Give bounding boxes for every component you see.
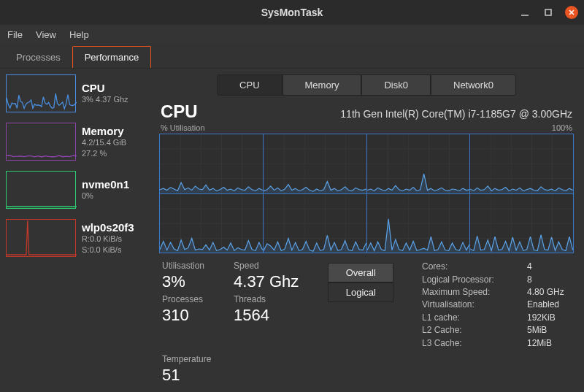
info-key: L2 Cache: <box>422 324 510 337</box>
main-panel: CPUMemoryDisk0Network0 CPU 11th Gen Inte… <box>153 69 584 392</box>
info-key: L3 Cache: <box>422 337 510 350</box>
cpu-core-chart-7 <box>470 194 573 253</box>
sidebar-item-nvme0n1[interactable]: nvme0n1 0% <box>3 168 153 215</box>
info-row: L1 cache:192KiB <box>422 312 571 324</box>
maximize-icon[interactable] <box>542 6 555 19</box>
cpu-heading: CPU <box>161 101 198 122</box>
info-key: Logical Processor: <box>422 274 510 286</box>
info-key: Maximum Speed: <box>422 286 510 299</box>
main-tab-cpu[interactable]: CPU <box>217 74 282 96</box>
sidebar-thumb-chart <box>6 219 76 257</box>
main-tab-disk0[interactable]: Disk0 <box>361 74 431 96</box>
info-value: Enabled <box>527 299 571 311</box>
util-label: Utilisastion <box>162 261 204 271</box>
info-value: 4 <box>527 261 571 273</box>
info-value: 12MiB <box>527 337 571 350</box>
threads-value: 1564 <box>234 306 299 325</box>
minimize-icon[interactable] <box>518 6 531 19</box>
cpu-core-chart-0 <box>160 134 263 193</box>
processes-label: Processes <box>162 294 204 304</box>
main-tabs: CPUMemoryDisk0Network0 <box>158 74 575 96</box>
tab-processes[interactable]: Processes <box>4 47 72 68</box>
sidebar-item-sub: 4.2/15.4 GiB <box>82 137 126 147</box>
cpu-core-chart-1 <box>264 134 366 193</box>
cpu-core-chart-5 <box>264 194 366 253</box>
util-value: 3% <box>162 272 204 291</box>
cpu-info-table: Cores:4Logical Processor:8Maximum Speed:… <box>422 261 571 350</box>
svg-rect-1 <box>545 9 551 15</box>
menu-file[interactable]: File <box>7 29 23 40</box>
sidebar-thumb-chart <box>6 74 76 112</box>
sidebar-item-sub2: S:0.0 KiB/s <box>82 245 134 255</box>
info-value: 5MiB <box>527 324 571 337</box>
sidebar-item-cpu[interactable]: CPU 3% 4.37 Ghz <box>3 72 153 118</box>
titlebar: SysMonTask <box>0 0 584 25</box>
info-row: Cores:4 <box>422 261 571 273</box>
menu-help[interactable]: Help <box>69 29 89 40</box>
sidebar-item-name: wlp0s20f3 <box>82 221 134 234</box>
info-row: Virtualisation:Enabled <box>422 299 571 311</box>
processes-value: 310 <box>162 306 204 325</box>
info-row: L3 Cache:12MiB <box>422 337 571 350</box>
sidebar: CPU 3% 4.37 Ghz Memory 4.2/15.4 GiB 27.2… <box>0 69 153 392</box>
sidebar-item-sub: 0% <box>82 191 129 201</box>
info-key: Cores: <box>422 261 510 273</box>
sidebar-item-wlp0s20f3[interactable]: wlp0s20f3 R:0.0 KiB/s S:0.0 KiB/s <box>3 216 153 263</box>
sidebar-item-name: CPU <box>82 82 128 94</box>
axis-right-label: 100% <box>552 123 572 132</box>
sidebar-item-name: nvme0n1 <box>82 178 129 191</box>
close-icon[interactable] <box>565 6 578 19</box>
sidebar-thumb-chart <box>6 123 76 161</box>
info-row: L2 Cache:5MiB <box>422 324 571 337</box>
primary-tabs: Processes Performance <box>0 44 584 69</box>
axis-left-label: % Utilisation <box>161 123 205 132</box>
main-tab-memory[interactable]: Memory <box>283 74 362 96</box>
cpu-core-chart-3 <box>470 134 573 193</box>
sidebar-item-sub2: 27.2 % <box>82 148 126 158</box>
window-title: SysMonTask <box>261 7 323 18</box>
sidebar-item-sub: 3% 4.37 Ghz <box>82 94 128 104</box>
menu-view[interactable]: View <box>36 29 56 40</box>
info-row: Maximum Speed:4.80 GHz <box>422 286 571 299</box>
temperature-value: 51 <box>162 366 571 385</box>
view-mode-buttons: Overall Logical <box>328 263 393 350</box>
speed-label: Speed <box>234 261 299 271</box>
info-value: 4.80 GHz <box>527 286 571 299</box>
temperature-label: Temperature <box>162 354 571 364</box>
info-key: Virtualisation: <box>422 299 510 311</box>
sidebar-item-memory[interactable]: Memory 4.2/15.4 GiB 27.2 % <box>3 120 153 166</box>
menubar: File View Help <box>0 25 584 44</box>
threads-label: Threads <box>234 294 299 304</box>
cpu-core-chart-4 <box>160 194 263 253</box>
overall-button[interactable]: Overall <box>328 263 393 283</box>
cpu-model: 11th Gen Intel(R) Core(TM) i7-1185G7 @ 3… <box>340 108 572 120</box>
info-row: Logical Processor:8 <box>422 274 571 286</box>
info-value: 192KiB <box>527 312 571 324</box>
tab-performance[interactable]: Performance <box>72 46 151 68</box>
logical-button[interactable]: Logical <box>328 283 393 302</box>
info-value: 8 <box>527 274 571 286</box>
sidebar-item-sub: R:0.0 KiB/s <box>82 234 134 244</box>
speed-value: 4.37 Ghz <box>234 272 299 291</box>
main-tab-network0[interactable]: Network0 <box>431 74 516 96</box>
cpu-chart-grid <box>159 134 574 253</box>
sidebar-item-name: Memory <box>82 125 126 137</box>
cpu-core-chart-6 <box>367 194 470 253</box>
sidebar-thumb-chart <box>6 171 76 209</box>
info-key: L1 cache: <box>422 312 510 324</box>
cpu-core-chart-2 <box>367 134 470 193</box>
